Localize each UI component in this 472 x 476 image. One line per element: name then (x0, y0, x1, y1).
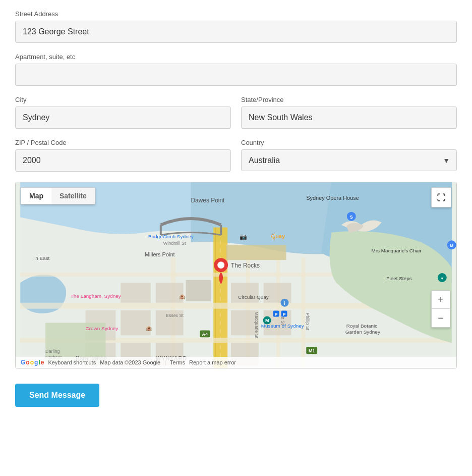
map-type-controls: Map Satellite (21, 187, 95, 204)
svg-text:🏨: 🏨 (146, 325, 152, 332)
city-state-row: City State/Province (15, 96, 457, 129)
fullscreen-icon (437, 193, 446, 202)
apartment-group: Apartment, suite, etc (15, 53, 457, 86)
svg-text:Crown Sydney: Crown Sydney (86, 326, 119, 331)
country-group: Country Australia United States United K… (241, 139, 457, 172)
map-report-link[interactable]: Report a map error (189, 359, 236, 365)
svg-text:Sydney Opera House: Sydney Opera House (306, 195, 359, 201)
svg-rect-12 (121, 283, 151, 303)
svg-text:Fleet Steps: Fleet Steps (386, 276, 411, 281)
svg-text:M: M (265, 318, 269, 323)
apartment-input[interactable] (15, 64, 457, 86)
svg-text:S: S (350, 215, 353, 220)
svg-text:Millers Point: Millers Point (145, 251, 175, 257)
svg-text:The Langham, Sydney: The Langham, Sydney (71, 293, 121, 299)
google-logo: Google (21, 359, 44, 366)
street-address-input[interactable] (15, 21, 457, 43)
map-footer: Google Keyboard shortcuts Map data ©2023… (16, 357, 456, 368)
svg-text:i: i (284, 301, 285, 306)
svg-text:Phillip St: Phillip St (305, 313, 310, 331)
street-address-group: Street Address (15, 10, 457, 43)
keyboard-shortcuts-link[interactable]: Keyboard shortcuts (48, 359, 96, 365)
map-zoom-out-button[interactable]: − (432, 309, 450, 327)
svg-text:Macquarie St: Macquarie St (254, 312, 259, 339)
svg-text:📷: 📷 (240, 233, 247, 240)
svg-rect-2 (215, 228, 216, 368)
zip-country-row: ZIP / Postal Code Country Australia Unit… (15, 139, 457, 172)
map-terms-link[interactable]: Terms (170, 359, 185, 365)
svg-text:🏨: 🏨 (179, 293, 186, 300)
svg-rect-14 (186, 280, 211, 301)
zip-group: ZIP / Postal Code (15, 139, 231, 172)
map-svg: Dawes Point Sydney Opera House BridgeCli… (16, 182, 456, 368)
street-address-label: Street Address (15, 10, 457, 18)
svg-text:P: P (275, 312, 278, 317)
svg-text:M1: M1 (309, 348, 315, 353)
map-zoom-in-button[interactable]: + (432, 291, 450, 309)
svg-text:M: M (450, 243, 453, 248)
svg-text:▼: ▼ (440, 277, 444, 280)
svg-rect-17 (121, 310, 151, 336)
state-group: State/Province (241, 96, 457, 129)
svg-text:Darling: Darling (45, 349, 60, 354)
svg-text:Mrs Macquarie's Chair: Mrs Macquarie's Chair (372, 248, 422, 253)
zip-input[interactable] (15, 149, 231, 172)
map-tab-map[interactable]: Map (21, 188, 51, 204)
svg-text:Royal Botanic: Royal Botanic (346, 323, 377, 329)
svg-text:P: P (282, 312, 285, 317)
svg-text:🍴: 🍴 (269, 232, 278, 241)
apartment-label: Apartment, suite, etc (15, 53, 457, 61)
svg-rect-11 (226, 245, 286, 260)
svg-text:Windmill St: Windmill St (163, 241, 186, 246)
state-label: State/Province (241, 96, 457, 103)
svg-point-58 (217, 261, 224, 269)
map-background: Dawes Point Sydney Opera House BridgeCli… (16, 182, 456, 368)
map-fullscreen-button[interactable] (431, 187, 451, 207)
svg-text:The Rocks: The Rocks (231, 262, 260, 269)
send-message-section: Send Message (15, 384, 457, 407)
svg-text:BridgeClimb Sydney: BridgeClimb Sydney (148, 234, 194, 239)
send-message-button[interactable]: Send Message (15, 384, 99, 407)
zip-label: ZIP / Postal Code (15, 139, 231, 146)
svg-rect-10 (301, 257, 305, 368)
svg-text:Dawes Point: Dawes Point (191, 197, 225, 204)
country-select[interactable]: Australia United States United Kingdom C… (241, 149, 457, 171)
map-zoom-controls: + − (431, 290, 450, 328)
svg-text:Circular Quay: Circular Quay (238, 294, 269, 300)
map-data-credit: Map data ©2023 Google (100, 359, 160, 365)
svg-text:Garden Sydney: Garden Sydney (345, 329, 380, 335)
map-tab-satellite[interactable]: Satellite (51, 188, 95, 204)
svg-text:A4: A4 (202, 332, 208, 337)
svg-rect-13 (156, 283, 184, 303)
city-label: City (15, 96, 231, 103)
country-label: Country (241, 139, 457, 146)
svg-text:Essex St: Essex St (166, 313, 184, 318)
country-select-wrapper: Australia United States United Kingdom C… (241, 149, 457, 171)
svg-text:n East: n East (35, 255, 49, 261)
city-input[interactable] (15, 107, 231, 129)
city-group: City (15, 96, 231, 129)
map-container[interactable]: Dawes Point Sydney Opera House BridgeCli… (15, 182, 457, 368)
state-input[interactable] (241, 107, 457, 129)
